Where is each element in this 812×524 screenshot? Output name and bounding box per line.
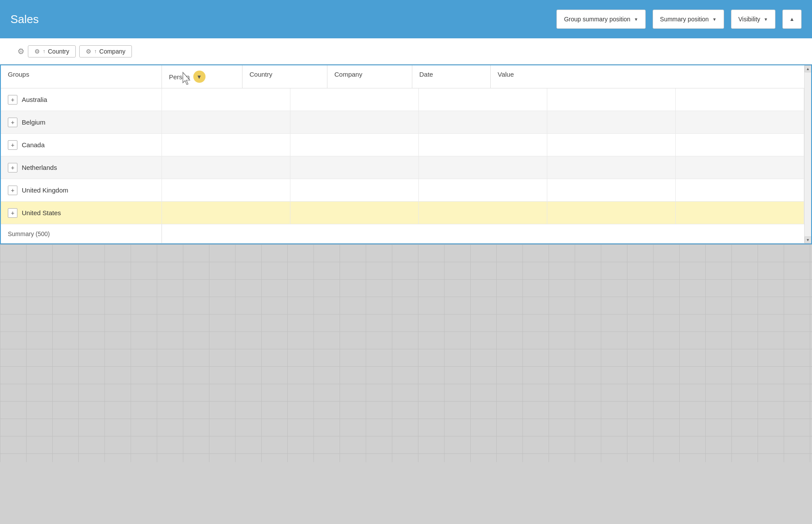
- row-group-cell: +Australia: [1, 88, 162, 111]
- app-title: Sales: [10, 13, 39, 26]
- row-group-cell: +Netherlands: [1, 156, 162, 179]
- row-data-cell: [419, 111, 547, 133]
- table-row[interactable]: +Canada: [1, 134, 811, 156]
- row-group-label: Canada: [22, 141, 45, 149]
- row-group-cell: +United States: [1, 202, 162, 224]
- row-data-cell: [547, 156, 676, 179]
- col-header-date: Date: [412, 65, 491, 88]
- row-data-cell: [419, 202, 547, 224]
- row-data-cell: [290, 134, 419, 156]
- row-data-cell: [162, 134, 290, 156]
- row-data-cell: [547, 202, 676, 224]
- table-body: +Australia+Belgium+Canada+Netherlands+Un…: [1, 88, 811, 224]
- row-data-cell: [547, 179, 676, 201]
- pill-sort-icon-2: ↑: [94, 48, 97, 54]
- pill-sort-icon: ↑: [43, 48, 45, 54]
- table-row[interactable]: +Netherlands: [1, 156, 811, 179]
- visibility-button[interactable]: Visibility ▼: [731, 10, 775, 29]
- expand-button[interactable]: +: [8, 140, 17, 150]
- filter-button[interactable]: ▼: [193, 71, 206, 83]
- row-data-cell: [419, 134, 547, 156]
- row-data-cell: [290, 88, 419, 111]
- pill-company-label: Company: [99, 48, 125, 55]
- table-header-row: Groups Person ▼ Country Company Date Val…: [1, 65, 811, 88]
- pill-country-label: Country: [48, 48, 69, 55]
- summary-label: Summary (500): [1, 224, 162, 243]
- row-data-cell: [290, 156, 419, 179]
- row-data-cell: [547, 88, 676, 111]
- row-data-cell: [547, 134, 676, 156]
- row-data-cell: [162, 156, 290, 179]
- group-pill-company[interactable]: ⚙ ↑ Company: [79, 45, 132, 57]
- row-value-cell: [676, 88, 804, 111]
- expand-button[interactable]: +: [8, 186, 17, 195]
- row-value-cell: [676, 156, 804, 179]
- col-header-value: Value: [491, 65, 804, 88]
- background-grid: [0, 244, 812, 462]
- row-data-cell: [419, 88, 547, 111]
- row-group-label: United Kingdom: [22, 186, 68, 194]
- group-pill-country[interactable]: ⚙ ↑ Country: [28, 45, 76, 57]
- row-data-cell: [290, 111, 419, 133]
- expand-button[interactable]: +: [8, 95, 17, 105]
- expand-button[interactable]: +: [8, 118, 17, 127]
- row-group-label: Belgium: [22, 118, 45, 126]
- vertical-scrollbar[interactable]: ▲ ▼: [804, 65, 811, 243]
- row-data-cell: [419, 156, 547, 179]
- row-value-cell: [676, 134, 804, 156]
- pill-gear-icon-2: ⚙: [86, 48, 91, 55]
- row-data-cell: [162, 111, 290, 133]
- header-bar: Sales Group summary position ▼ Summary p…: [0, 0, 812, 38]
- group-summary-dropdown-arrow: ▼: [634, 17, 638, 22]
- table-row[interactable]: +Australia: [1, 88, 811, 111]
- row-data-cell: [547, 111, 676, 133]
- group-pills-row: ⚙ ⚙ ↑ Country ⚙ ↑ Company: [0, 38, 812, 64]
- expand-button[interactable]: +: [8, 208, 17, 218]
- table-row[interactable]: +United Kingdom: [1, 179, 811, 202]
- row-group-cell: +United Kingdom: [1, 179, 162, 201]
- summary-position-button[interactable]: Summary position ▼: [653, 10, 724, 29]
- data-table: Groups Person ▼ Country Company Date Val…: [0, 64, 812, 244]
- row-group-cell: +Belgium: [1, 111, 162, 133]
- row-data-cell: [419, 179, 547, 201]
- col-header-company: Company: [327, 65, 412, 88]
- row-data-cell: [162, 179, 290, 201]
- visibility-dropdown-arrow: ▼: [764, 17, 768, 22]
- pill-gear-icon: ⚙: [34, 48, 40, 55]
- row-data-cell: [162, 202, 290, 224]
- row-value-cell: [676, 179, 804, 201]
- row-group-label: Netherlands: [22, 164, 57, 171]
- group-summary-position-button[interactable]: Group summary position ▼: [556, 10, 645, 29]
- table-row[interactable]: +United States: [1, 202, 811, 224]
- row-value-cell: [676, 111, 804, 133]
- col-header-country: Country: [243, 65, 327, 88]
- row-data-cell: [290, 179, 419, 201]
- settings-icon[interactable]: ⚙: [17, 47, 24, 56]
- row-data-cell: [162, 88, 290, 111]
- col-header-groups: Groups: [1, 65, 162, 88]
- collapse-button[interactable]: ▲: [782, 10, 802, 29]
- row-group-label: United States: [22, 209, 61, 216]
- scroll-down-arrow[interactable]: ▼: [805, 237, 812, 243]
- summary-dropdown-arrow: ▼: [712, 17, 717, 22]
- scroll-up-arrow[interactable]: ▲: [805, 65, 812, 72]
- chevron-up-icon: ▲: [789, 16, 795, 22]
- col-header-person: Person ▼: [162, 65, 243, 88]
- summary-data-area: [162, 224, 804, 243]
- expand-button[interactable]: +: [8, 163, 17, 172]
- row-data-cell: [290, 202, 419, 224]
- summary-row: Summary (500): [1, 224, 811, 243]
- row-group-label: Australia: [22, 96, 47, 103]
- row-value-cell: [676, 202, 804, 224]
- table-row[interactable]: +Belgium: [1, 111, 811, 134]
- filter-icon: ▼: [196, 74, 202, 80]
- row-group-cell: +Canada: [1, 134, 162, 156]
